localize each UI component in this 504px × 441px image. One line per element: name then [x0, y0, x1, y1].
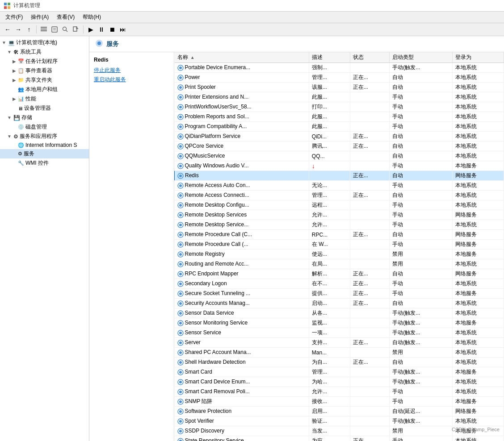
table-row[interactable]: Remote Access Connecti...管理...正在...自动本地系…: [175, 191, 504, 200]
toolbar-search[interactable]: [60, 25, 70, 34]
service-startup: 手动: [390, 289, 453, 299]
toolbar-show-hide[interactable]: [39, 25, 49, 34]
service-name: Problem Reports and Sol...: [185, 113, 249, 120]
tree-expand-event[interactable]: ▶: [13, 68, 16, 73]
tree-item-performance[interactable]: ▶ 📊 性能: [0, 94, 89, 104]
table-row[interactable]: Remote Desktop Service...允许...手动本地系统: [175, 220, 504, 230]
toolbar-back[interactable]: ←: [3, 25, 13, 34]
table-row[interactable]: Sensor Service一项...手动(触发...本地系统: [175, 328, 504, 338]
table-header: 名称 ▲ 描述 状态 启动类型 登录为: [175, 52, 504, 63]
tree-item-shared-folders[interactable]: ▶ 📁 共享文件夹: [0, 75, 89, 85]
table-row[interactable]: Remote Desktop Configu...远程...手动本地系统: [175, 200, 504, 210]
service-name-cell: Smart Card Removal Poli...: [175, 387, 309, 397]
tree-expand-root[interactable]: ▼: [2, 40, 6, 45]
menu-help[interactable]: 帮助(H): [79, 12, 105, 22]
table-row[interactable]: Shared PC Account Mana...Man...禁用本地系统: [175, 348, 504, 358]
service-startup: 自动: [390, 83, 453, 92]
tree-item-storage[interactable]: ▼ 💾 存储: [0, 113, 89, 122]
table-row[interactable]: Smart Card Removal Poli...允许...手动本地系统: [175, 387, 504, 397]
service-name: Server: [185, 339, 201, 345]
table-row[interactable]: Redis正在...自动网络服务: [175, 171, 504, 181]
table-row[interactable]: Portable Device Enumera...强制...手动(触发...本…: [175, 63, 504, 73]
table-row[interactable]: Shell Hardware Detection为自...正在...自动本地系统: [175, 358, 504, 367]
table-row[interactable]: Remote Procedure Call (C...RPC...正在...自动…: [175, 230, 504, 240]
table-row[interactable]: Secondary Logon在不...正在...手动本地系统: [175, 279, 504, 289]
tree-item-device-manager[interactable]: 🖥 设备管理器: [0, 104, 89, 113]
col-name[interactable]: 名称 ▲: [175, 52, 309, 63]
table-row[interactable]: Smart Card Device Enum...为哈...手动(触发...本地…: [175, 377, 504, 387]
toolbar-export[interactable]: [71, 25, 81, 34]
tree-item-wmi[interactable]: 🔧 WMI 控件: [0, 158, 89, 168]
table-row[interactable]: Secure Socket Tunneling ...提供...正在...手动本…: [175, 289, 504, 299]
tree-item-task-scheduler[interactable]: ▶ 📅 任务计划程序: [0, 57, 89, 66]
tree-item-disk-mgmt[interactable]: 💿 磁盘管理: [0, 122, 89, 132]
toolbar-forward[interactable]: →: [13, 25, 23, 34]
tree-item-local-users[interactable]: 👥 本地用户和组: [0, 85, 89, 94]
service-startup: 手动(触发...: [390, 377, 453, 387]
table-row[interactable]: QiDianPlatform ServiceQiDi...正在...自动本地系统: [175, 132, 504, 141]
toolbar-up[interactable]: ↑: [24, 25, 34, 34]
tree-expand-task[interactable]: ▶: [13, 59, 16, 64]
table-row[interactable]: Printer Extensions and N...此服...手动本地系统: [175, 92, 504, 102]
table-row[interactable]: Print Spooler该服...正在...自动本地系统: [175, 83, 504, 92]
service-name: SNMP 陷阱: [185, 398, 213, 404]
table-row[interactable]: QQMusicServiceQQ...自动本地系统: [175, 151, 504, 161]
toolbar-stop[interactable]: ⏹: [107, 25, 117, 34]
table-row[interactable]: PrintWorkflowUserSvc_58...打印...手动本地系统: [175, 102, 504, 112]
table-row[interactable]: Server支持...正在...自动(触发...本地系统: [175, 338, 504, 348]
table-row[interactable]: Power管理...正在...自动本地系统: [175, 73, 504, 83]
tree-item-system-tools[interactable]: ▼ 🛠 系统工具: [0, 47, 89, 57]
services-table-wrapper[interactable]: 名称 ▲ 描述 状态 启动类型 登录为 Portable Device Enum…: [174, 52, 504, 441]
svg-point-10: [63, 27, 67, 31]
col-status[interactable]: 状态: [350, 52, 389, 63]
toolbar-pause[interactable]: ⏸: [97, 25, 106, 34]
menu-file[interactable]: 文件(F): [2, 12, 26, 22]
table-row[interactable]: Security Accounts Manag...启动...正在...自动本地…: [175, 299, 504, 308]
tree-item-services-apps[interactable]: ▼ ⚙ 服务和应用程序: [0, 132, 89, 141]
table-row[interactable]: Routing and Remote Acc...在局...禁用本地系统: [175, 259, 504, 269]
table-row[interactable]: Remote Desktop Services允许...手动网络服务: [175, 210, 504, 220]
tree-item-services[interactable]: ⚙ 服务: [0, 149, 89, 158]
tree-item-event-viewer[interactable]: ▶ 📋 事件查看器: [0, 66, 89, 75]
service-name-cell: Sensor Data Service: [175, 308, 309, 318]
tree-expand-shared[interactable]: ▶: [13, 78, 16, 83]
table-row[interactable]: State Repository Service为应...正在...手动本地系统: [175, 436, 504, 441]
toolbar-play[interactable]: ▶: [86, 25, 96, 34]
table-row[interactable]: Remote Procedure Call (...在 W...手动网络服务: [175, 240, 504, 250]
tree-expand-svc-apps[interactable]: ▼: [7, 134, 12, 139]
tree-item-iis[interactable]: 🌐 Internet Information S: [0, 141, 89, 149]
table-row[interactable]: RPC Endpoint Mapper解析...正在...自动网络服务: [175, 269, 504, 279]
table-row[interactable]: Remote Registry使远...禁用本地服务: [175, 250, 504, 259]
col-logon[interactable]: 登录为: [453, 52, 504, 63]
service-logon: 本地系统: [453, 141, 504, 151]
table-row[interactable]: SNMP 陷阱接收...手动本地服务: [175, 397, 504, 407]
table-row[interactable]: Spot Verifier验证...手动(触发...本地系统: [175, 416, 504, 426]
table-row[interactable]: Quality Windows Audio V...↓手动本地服务: [175, 161, 504, 171]
table-row[interactable]: Remote Access Auto Con...无论...手动本地系统: [175, 181, 504, 191]
service-icon: [177, 270, 185, 277]
tree-root[interactable]: ▼ 💻 计算机管理(本地): [0, 38, 89, 47]
table-row[interactable]: Software Protection启用...自动(延迟...网络服务: [175, 407, 504, 416]
service-name: Remote Desktop Services: [185, 212, 247, 218]
stop-service-link[interactable]: 停止此服务: [94, 67, 169, 74]
table-row[interactable]: Smart Card管理...手动(触发...本地服务: [175, 367, 504, 377]
col-startup[interactable]: 启动类型: [390, 52, 453, 63]
tree-expand-system[interactable]: ▼: [7, 50, 12, 54]
table-row[interactable]: Sensor Monitoring Service监视...手动(触发...本地…: [175, 318, 504, 328]
tree-expand-perf[interactable]: ▶: [13, 96, 16, 101]
restart-service-link[interactable]: 重启动此服务: [94, 76, 169, 83]
table-row[interactable]: Sensor Data Service从各...手动(触发...本地系统: [175, 308, 504, 318]
menu-action[interactable]: 操作(A): [27, 12, 52, 22]
table-row[interactable]: Program Compatibility A...此服...手动本地系统: [175, 122, 504, 132]
service-logon: 本地系统: [453, 83, 504, 92]
service-name-cell: Quality Windows Audio V...: [175, 161, 309, 171]
table-row[interactable]: Problem Reports and Sol...此服...手动本地系统: [175, 112, 504, 122]
menu-view[interactable]: 查看(V): [53, 12, 78, 22]
tree-expand-storage[interactable]: ▼: [7, 115, 12, 120]
service-logon: 本地服务: [453, 367, 504, 377]
col-desc[interactable]: 描述: [309, 52, 350, 63]
toolbar-properties[interactable]: [50, 25, 59, 34]
toolbar-next[interactable]: ⏭: [118, 25, 128, 34]
table-row[interactable]: QPCore Service腾讯...正在...自动本地系统: [175, 141, 504, 151]
service-logon: 本地系统: [453, 387, 504, 397]
